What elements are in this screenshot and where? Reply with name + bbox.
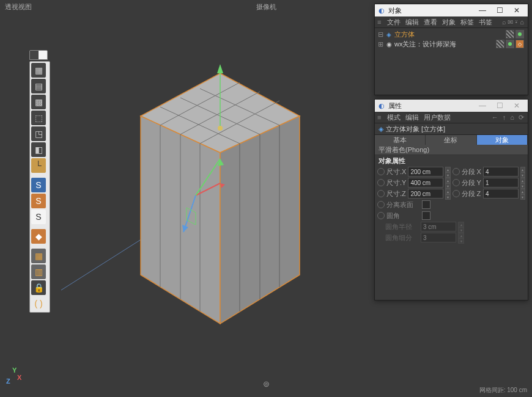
object-tree[interactable]: ⊟ ◈ 立方体 ⊞ ◉ wx关注：设计师深海 (375, 28, 528, 50)
menu-edit[interactable]: 编辑 (405, 18, 419, 27)
close-button[interactable]: ✕ (508, 100, 525, 111)
attrs-titlebar[interactable]: ◐ 属性 — ☐ ✕ (375, 100, 528, 112)
menu-userdata[interactable]: 用户数据 (424, 113, 451, 122)
tree-row-cube[interactable]: ⊟ ◈ 立方体 (375, 29, 528, 39)
expand-icon[interactable]: ⊞ (377, 40, 383, 48)
tool-workplane-icon[interactable]: ◆ (31, 229, 46, 244)
tree-row-child[interactable]: ⊞ ◉ wx关注：设计师深海 (375, 39, 528, 49)
spinner[interactable]: ▴▾ (445, 178, 450, 188)
maximize-button[interactable]: ☐ (491, 5, 508, 16)
menu-mode[interactable]: 模式 (387, 113, 401, 122)
tree-item-label[interactable]: 立方体 (394, 30, 415, 39)
anim-dot[interactable] (453, 190, 460, 197)
prop-label: 圆角半径 (385, 222, 419, 231)
search-filter-icons[interactable]: ⌕✉⍣⌂ (502, 18, 525, 26)
tool-grid2-icon[interactable]: ▥ (31, 264, 46, 279)
seg-z-input[interactable] (483, 189, 519, 198)
spinner: ▴▾ (458, 222, 464, 231)
axis-z-label: Z (6, 377, 10, 385)
fillet-seg-input (421, 233, 456, 242)
minimize-button[interactable]: — (474, 100, 491, 111)
seg-x-input[interactable] (483, 167, 519, 177)
prop-label: 分离表面 (386, 200, 420, 209)
spinner[interactable]: ▴▾ (520, 167, 525, 177)
hamburger-icon[interactable]: ≡ (377, 18, 381, 26)
phong-tag[interactable] (515, 40, 524, 48)
tool-edges-icon[interactable]: ◳ (31, 126, 46, 141)
menu-object[interactable]: 对象 (442, 18, 456, 27)
objects-panel-title: 对象 (388, 6, 402, 15)
prop-label: 分段 Z (462, 189, 481, 198)
tree-item-label[interactable]: wx关注：设计师深海 (394, 40, 456, 49)
separate-checkbox[interactable] (422, 200, 430, 209)
cube-icon: ◈ (379, 125, 383, 133)
tab-object[interactable]: 对象 (477, 135, 528, 145)
svg-marker-18 (217, 64, 223, 73)
anim-dot[interactable] (453, 168, 460, 175)
render-tag[interactable] (506, 40, 514, 48)
expand-icon[interactable]: ⊟ (377, 31, 383, 38)
nav-icons[interactable]: ← ↑ ⌂ ⟳ (492, 114, 525, 122)
seg-y-input[interactable] (483, 178, 519, 188)
tool-polys-icon[interactable]: ◧ (31, 142, 46, 157)
anim-dot[interactable] (377, 212, 385, 219)
tool-reset-icon[interactable]: ( ) (31, 296, 46, 311)
anim-dot[interactable] (377, 168, 385, 175)
size-z-input[interactable] (408, 189, 443, 198)
tool-snap-s3-icon[interactable]: S (31, 209, 46, 224)
size-x-input[interactable] (408, 167, 443, 177)
visibility-tag[interactable] (506, 30, 514, 38)
tool-snap-s1-icon[interactable]: S (31, 178, 46, 192)
hamburger-icon[interactable]: ≡ (377, 114, 381, 121)
viewport-label-left: 透视视图 (5, 2, 32, 12)
menu-file[interactable]: 文件 (387, 18, 401, 27)
prop-size-y: 尺寸.Y ▴▾ 分段 Y ▴▾ (375, 177, 528, 188)
tool-grid1-icon[interactable]: ▦ (31, 249, 46, 263)
tool-texture-icon[interactable]: ▤ (31, 79, 46, 93)
tool-model-icon[interactable]: ▦ (31, 63, 46, 78)
viewport-label-center: 摄像机 (256, 2, 276, 12)
spinner[interactable]: ▴▾ (520, 189, 525, 198)
size-y-input[interactable] (408, 178, 443, 188)
prop-label: 圆角细分 (385, 233, 419, 242)
tool-points-icon[interactable]: ⬚ (31, 111, 46, 125)
tool-snap-s2-icon[interactable]: S (31, 194, 46, 208)
objects-panel: ◐ 对象 — ☐ ✕ ≡ 文件 编辑 查看 对象 标签 书签 ⌕✉⍣⌂ ⊟ ◈ … (374, 4, 528, 95)
section-header: 对象属性 (375, 155, 528, 166)
tool-checker-icon[interactable]: ▩ (31, 95, 46, 109)
menu-edit[interactable]: 编辑 (405, 113, 419, 122)
render-tag[interactable] (515, 30, 524, 38)
anim-dot[interactable] (377, 201, 385, 208)
tab-basic[interactable]: 基本 (375, 135, 426, 145)
maximize-button[interactable]: ☐ (491, 100, 508, 111)
viewport-3d-scene[interactable] (37, 12, 367, 391)
visibility-tag[interactable] (496, 40, 504, 48)
tool-lock-icon[interactable]: 🔒 (31, 280, 46, 295)
spinner[interactable]: ▴▾ (445, 167, 450, 177)
tool-axis-icon[interactable]: └ (31, 158, 46, 173)
objects-titlebar[interactable]: ◐ 对象 — ☐ ✕ (375, 4, 528, 16)
fillet-checkbox[interactable] (422, 211, 430, 220)
spinner[interactable]: ▴▾ (445, 189, 450, 198)
spinner: ▴▾ (458, 233, 464, 242)
close-button[interactable]: ✕ (508, 5, 525, 16)
attr-object-label: 立方体对象 [立方体] (386, 125, 445, 134)
minimize-button[interactable]: — (474, 5, 491, 16)
menu-tags[interactable]: 标签 (460, 18, 474, 27)
left-toolbar: ▦ ▤ ▩ ⬚ ◳ ◧ └ S S S ◆ ▦ ▥ 🔒 ( ) (29, 61, 50, 313)
anim-dot[interactable] (377, 179, 385, 186)
prop-fillet-radius: 圆角半径 ▴▾ (375, 221, 528, 232)
tool-mode-toggle[interactable] (29, 50, 48, 60)
spinner[interactable]: ▴▾ (520, 178, 525, 188)
prop-size-x: 尺寸.X ▴▾ 分段 X ▴▾ (375, 166, 528, 177)
anim-dot[interactable] (377, 190, 385, 197)
prop-label: 分段 Y (462, 178, 481, 188)
tab-coord[interactable]: 坐标 (426, 135, 476, 145)
null-icon: ◉ (385, 40, 393, 48)
menu-view[interactable]: 查看 (424, 18, 437, 27)
grid-spacing-label: 网格间距: 100 cm (479, 386, 527, 395)
attr-phong-row[interactable]: 平滑着色(Phong) (375, 145, 528, 155)
menu-bookmarks[interactable]: 书签 (479, 18, 492, 27)
anim-dot[interactable] (453, 179, 460, 186)
prop-label: 尺寸.Y (386, 178, 406, 188)
